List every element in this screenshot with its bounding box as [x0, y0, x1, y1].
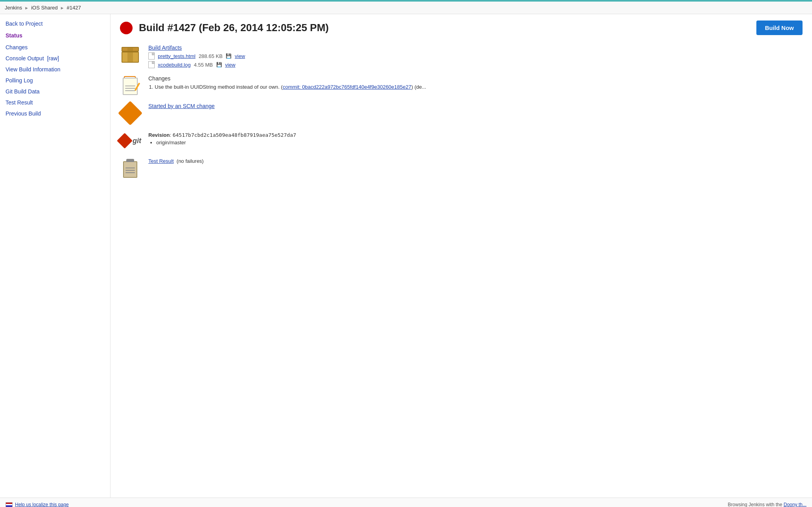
artifact-size-0: 288.65 KB — [198, 53, 223, 59]
sidebar-item-test-result[interactable]: Test Result — [0, 97, 110, 108]
breadcrumb-ios-shared[interactable]: iOS Shared — [31, 5, 58, 11]
footer: Help us localize this page Browsing Jenk… — [0, 498, 812, 507]
sidebar: Back to Project Status Changes Console O… — [0, 14, 110, 498]
test-result-section: Test Result (no failures) — [120, 158, 803, 179]
revision-section: git Revision: 64517b7cbd2c1a509ea48fb879… — [120, 130, 803, 151]
breadcrumb-sep-1: ► — [24, 6, 29, 10]
branch-item-0: origin/master — [156, 140, 803, 145]
breadcrumb-build-num[interactable]: #1427 — [67, 5, 81, 11]
diamond-icon — [120, 103, 140, 123]
artifacts-section: Build Artifacts pretty_tests.html 288.65… — [120, 45, 803, 68]
changes-content: Changes Use the built-in UUIDString meth… — [148, 75, 803, 90]
commit-link-0[interactable]: commit: 0bacd222a972bc765fdf140e4f9e3026… — [283, 84, 411, 90]
artifact-dl-icon-0: 💾 — [226, 53, 232, 59]
artifact-view-link-0[interactable]: view — [235, 53, 245, 59]
artifact-row-0: pretty_tests.html 288.65 KB 💾 view — [148, 52, 803, 60]
artifact-view-link-1[interactable]: view — [225, 62, 236, 68]
main-content: Build #1427 (Feb 26, 2014 12:05:25 PM) B… — [110, 14, 812, 498]
build-header: Build #1427 (Feb 26, 2014 12:05:25 PM) B… — [120, 21, 803, 35]
change-extra-0: (de... — [414, 84, 426, 90]
doony-link[interactable]: Doony th... — [784, 502, 806, 507]
footer-right: Browsing Jenkins with the Doony th... — [728, 502, 806, 507]
changes-section: Changes Use the built-in UUIDString meth… — [120, 75, 803, 96]
test-result-link[interactable]: Test Result — [148, 158, 174, 164]
revision-content: Revision: 64517b7cbd2c1a509ea48fb87919ae… — [148, 130, 803, 145]
change-item-0: Use the built-in UUIDString method inste… — [155, 84, 803, 90]
notepad-icon — [120, 75, 140, 96]
no-failures-text: (no failures) — [175, 158, 204, 164]
artifact-file-icon-0 — [148, 52, 155, 60]
raw-label[interactable]: [raw] — [47, 55, 59, 62]
changes-title: Changes — [148, 75, 803, 82]
help-localize-link[interactable]: Help us localize this page — [15, 502, 69, 507]
breadcrumb: Jenkins ► iOS Shared ► #1427 — [0, 2, 812, 14]
scm-content: Started by an SCM change — [148, 103, 803, 109]
revision-value: 64517b7cbd2c1a509ea48fb87919aea75e527da7 — [172, 132, 296, 138]
changes-list: Use the built-in UUIDString method inste… — [155, 84, 803, 90]
artifact-size-1: 4.55 MB — [194, 62, 213, 68]
git-icon: git — [120, 130, 140, 151]
sidebar-item-changes[interactable]: Changes — [0, 42, 110, 53]
test-result-content: Test Result (no failures) — [148, 158, 803, 164]
package-icon — [120, 45, 140, 65]
flag-icon — [6, 502, 13, 507]
sidebar-item-view-build-info[interactable]: View Build Information — [0, 64, 110, 75]
breadcrumb-sep-2: ► — [60, 6, 64, 10]
status-label: Status — [0, 29, 110, 42]
sidebar-item-previous-build[interactable]: Previous Build — [0, 108, 110, 119]
artifacts-title-link[interactable]: Build Artifacts — [148, 45, 182, 51]
artifact-name-1[interactable]: xcodebuild.log — [158, 62, 191, 68]
sidebar-item-polling-log[interactable]: Polling Log — [0, 75, 110, 86]
artifact-name-0[interactable]: pretty_tests.html — [158, 53, 195, 59]
sidebar-item-git-build-data[interactable]: Git Build Data — [0, 86, 110, 97]
artifact-dl-icon-1: 💾 — [216, 62, 222, 67]
artifacts-content: Build Artifacts pretty_tests.html 288.65… — [148, 45, 803, 68]
back-to-project-link[interactable]: Back to Project — [0, 18, 110, 29]
build-status-dot — [120, 22, 133, 34]
build-title: Build #1427 (Feb 26, 2014 12:05:25 PM) — [139, 22, 750, 34]
branch-list: origin/master — [156, 140, 803, 145]
browsing-label: Browsing Jenkins with the — [728, 502, 782, 507]
scm-section: Started by an SCM change — [120, 103, 803, 123]
change-text-0: Use the built-in UUIDString method inste… — [155, 84, 280, 90]
sidebar-item-console-output[interactable]: Console Output [raw] — [0, 53, 110, 64]
footer-left: Help us localize this page — [6, 502, 69, 507]
artifact-row-1: xcodebuild.log 4.55 MB 💾 view — [148, 61, 803, 68]
revision-label: Revision — [148, 132, 170, 138]
breadcrumb-jenkins[interactable]: Jenkins — [5, 5, 22, 11]
started-scm-link[interactable]: Started by an SCM change — [148, 103, 215, 109]
clipboard-icon — [120, 158, 140, 179]
artifact-file-icon-1 — [148, 61, 155, 68]
main-layout: Back to Project Status Changes Console O… — [0, 14, 812, 498]
build-now-button[interactable]: Build Now — [756, 21, 803, 35]
revision-line: Revision: 64517b7cbd2c1a509ea48fb87919ae… — [148, 132, 803, 138]
